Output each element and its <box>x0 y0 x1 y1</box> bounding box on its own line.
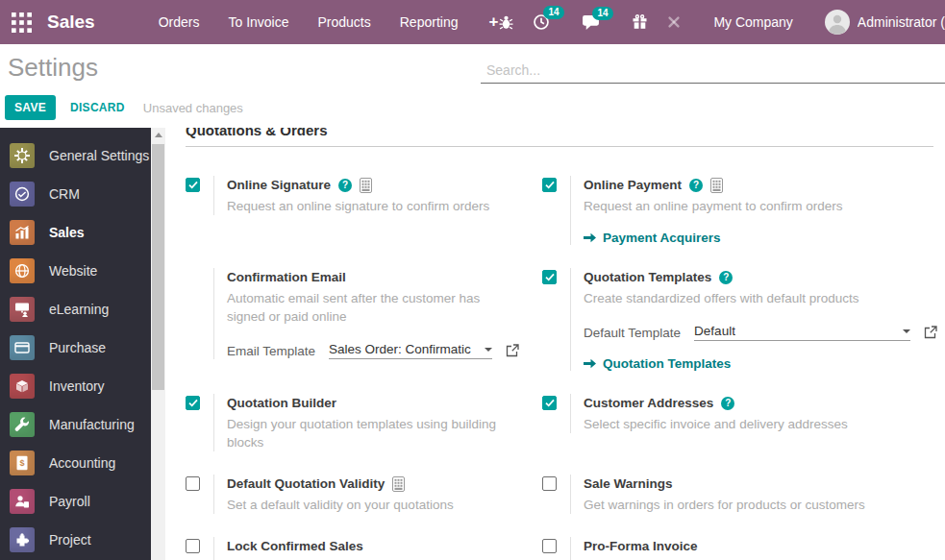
help-icon[interactable]: ? <box>719 271 733 284</box>
setting-confirmation-email: Confirmation EmailAutomatic email sent a… <box>186 268 519 371</box>
settings-body: General SettingsCRMSalesWebsiteeLearning… <box>0 128 945 560</box>
menu-orders[interactable]: Orders <box>159 14 200 30</box>
control-panel: Settings SAVE DISCARD Unsaved changes <box>0 44 945 128</box>
scrollbar-up-arrow[interactable] <box>151 128 165 142</box>
globe-icon <box>10 258 35 283</box>
cp-actions: SAVE DISCARD Unsaved changes <box>5 95 243 120</box>
chart-icon <box>10 220 35 245</box>
setting-label: Pro-Forma Invoice <box>584 537 698 555</box>
sidebar-item-manufacturing[interactable]: Manufacturing <box>0 405 151 444</box>
sidebar-item-sales[interactable]: Sales <box>0 213 151 252</box>
sidebar-item-accounting[interactable]: $Accounting <box>0 444 151 482</box>
setting-lock-confirmed-sales: Lock Confirmed SalesNo longer edit order… <box>186 537 519 560</box>
setting-label: Sale Warnings <box>584 475 673 493</box>
help-icon[interactable]: ? <box>721 397 734 410</box>
checkbox-customer-addresses[interactable] <box>542 396 557 410</box>
sidebar-item-inventory[interactable]: Inventory <box>0 367 151 405</box>
field-value: Default <box>694 324 735 338</box>
menu-to-invoice[interactable]: To Invoice <box>228 14 288 30</box>
setting-description: Request an online signature to confirm o… <box>227 197 519 215</box>
bug-icon[interactable] <box>498 14 514 31</box>
search-input[interactable] <box>481 59 945 83</box>
invoice-icon: $ <box>10 450 35 475</box>
gear-icon <box>10 143 35 168</box>
setting-customer-addresses: Customer Addresses?Select specific invoi… <box>542 394 937 451</box>
sidebar-item-label: Sales <box>49 225 85 240</box>
card-icon <box>10 335 35 360</box>
settings-sidebar: General SettingsCRMSalesWebsiteeLearning… <box>0 128 151 560</box>
section-title: Quotations & Orders <box>186 128 933 147</box>
checkbox-default-quotation-validity[interactable] <box>186 476 200 491</box>
page-title: Settings <box>8 53 98 83</box>
app-name[interactable]: Sales <box>47 12 95 33</box>
sidebar-item-label: Inventory <box>49 378 105 394</box>
messages-icon[interactable]: 14 <box>582 14 600 31</box>
checkbox-lock-confirmed-sales[interactable] <box>186 539 200 553</box>
discard-button[interactable]: DISCARD <box>70 101 125 114</box>
company-switcher[interactable]: My Company <box>713 14 792 30</box>
sidebar-item-website[interactable]: Website <box>0 252 151 290</box>
tools-icon[interactable] <box>666 14 682 30</box>
setting-label: Quotation Templates <box>584 268 711 286</box>
setting-online-signature: Online Signature?Request an online signa… <box>186 176 519 245</box>
menu-products[interactable]: Products <box>318 14 371 30</box>
sidebar-item-general-settings[interactable]: General Settings <box>0 136 151 175</box>
setting-description: Create standardized offers with default … <box>584 289 937 307</box>
field-dropdown[interactable]: Sales Order: Confirmatic <box>329 342 492 359</box>
upgrade-building-icon <box>360 178 372 193</box>
puzzle-icon <box>10 527 35 552</box>
add-menu-button[interactable]: + <box>488 12 498 32</box>
link-payment-acquirers[interactable]: Payment Acquirers <box>584 231 937 245</box>
sidebar-item-payroll[interactable]: Payroll <box>0 482 151 521</box>
scrollbar-thumb[interactable] <box>152 144 164 390</box>
sidebar-item-label: eLearning <box>49 302 109 317</box>
setting-label: Lock Confirmed Sales <box>227 537 363 555</box>
topbar-menus: OrdersTo InvoiceProductsReporting <box>159 14 459 30</box>
checkbox-online-signature[interactable] <box>186 178 200 192</box>
setting-label: Online Payment <box>584 176 682 194</box>
sidebar-item-project[interactable]: Project <box>0 521 151 559</box>
field-value: Sales Order: Confirmatic <box>329 342 471 356</box>
sidebar-item-purchase[interactable]: Purchase <box>0 329 151 367</box>
sidebar-item-label: Payroll <box>49 494 90 509</box>
handshake-icon <box>10 182 35 207</box>
setting-default-quotation-validity: Default Quotation ValiditySet a default … <box>186 475 519 514</box>
setting-sale-warnings: Sale WarningsGet warnings in orders for … <box>542 475 937 514</box>
help-icon[interactable]: ? <box>338 179 352 192</box>
menu-reporting[interactable]: Reporting <box>400 14 459 30</box>
checkbox-online-payment[interactable] <box>542 178 557 192</box>
setting-pro-forma-invoice: Pro-Forma InvoiceAllows you to send Pro-… <box>542 537 937 560</box>
unsaved-changes-status: Unsaved changes <box>143 101 243 115</box>
user-menu[interactable]: Administrator (odoo14 <box>825 10 945 35</box>
checkbox-sale-warnings[interactable] <box>542 476 557 491</box>
help-icon[interactable]: ? <box>689 179 703 192</box>
setting-label: Online Signature <box>227 176 331 194</box>
sidebar-item-label: Website <box>49 263 97 279</box>
gift-icon[interactable] <box>632 14 648 30</box>
setting-quotation-builder: Quotation BuilderDesign your quotation t… <box>186 394 519 451</box>
save-button[interactable]: SAVE <box>5 95 56 120</box>
field-label: Default Template <box>584 326 681 340</box>
arrow-right-icon <box>584 358 596 369</box>
link-quotation-templates[interactable]: Quotation Templates <box>584 356 937 371</box>
checkbox-pro-forma-invoice[interactable] <box>542 539 557 553</box>
svg-text:$: $ <box>19 458 24 468</box>
payroll-icon <box>10 489 35 514</box>
external-link-icon[interactable] <box>924 326 937 339</box>
checkbox-quotation-templates[interactable] <box>542 270 557 284</box>
setting-online-payment: Online Payment?Request an online payment… <box>542 176 937 245</box>
external-link-icon[interactable] <box>506 344 519 357</box>
setting-description: Get warnings in orders for products or c… <box>584 496 937 514</box>
sidebar-item-label: Manufacturing <box>49 417 135 432</box>
caret-down-icon <box>903 329 910 333</box>
setting-label: Default Quotation Validity <box>227 475 385 493</box>
systray: 14 14 My Company Administrator (odoo14 <box>498 10 945 35</box>
caret-down-icon <box>485 348 492 352</box>
sidebar-item-elearning[interactable]: eLearning <box>0 290 151 329</box>
sidebar-item-crm[interactable]: CRM <box>0 175 151 213</box>
activities-badge: 14 <box>543 6 563 19</box>
activities-icon[interactable]: 14 <box>533 13 550 31</box>
field-dropdown[interactable]: Default <box>694 324 910 341</box>
apps-grid-icon[interactable] <box>12 12 32 33</box>
checkbox-quotation-builder[interactable] <box>186 396 200 410</box>
